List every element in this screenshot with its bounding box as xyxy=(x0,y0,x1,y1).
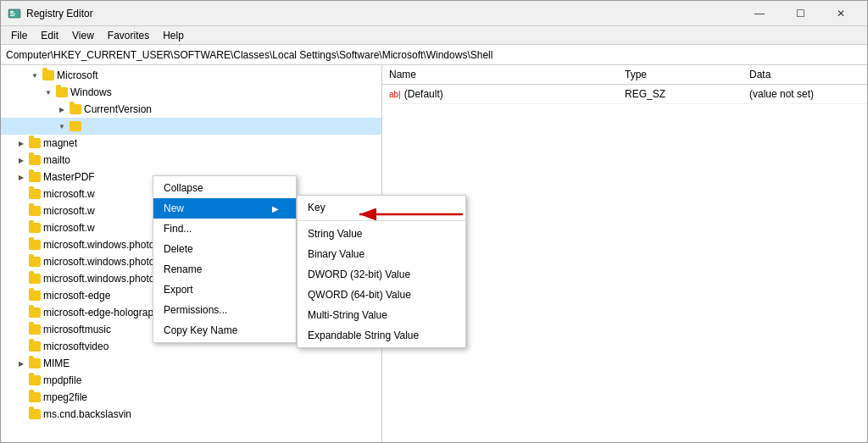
app-title: Registry Editor xyxy=(26,8,93,19)
folder-icon-cv xyxy=(69,103,82,115)
folder-icon-microsoft xyxy=(42,69,55,81)
folder-icon-video xyxy=(28,341,42,352)
ctx-new-label: New xyxy=(164,202,184,214)
tree-item-windows[interactable]: ▼ Windows xyxy=(1,84,381,101)
folder-icon-mailto xyxy=(28,154,42,166)
main-content: ▼ Microsoft ▼ Windows ▶ CurrentVersion ▼ xyxy=(1,65,867,443)
tree-label-mpdpfile: mpdpfile xyxy=(43,374,81,386)
expand-icon-shell: ▼ xyxy=(55,119,69,133)
tree-label-edge: microsoft-edge xyxy=(43,290,110,302)
folder-icon-photos-videoedit xyxy=(28,273,42,285)
tree-label-video: microsoftvideo xyxy=(43,341,108,352)
menu-help[interactable]: Help xyxy=(156,28,191,43)
ctx-rename-label: Rename xyxy=(164,263,202,275)
close-button[interactable]: ✕ xyxy=(821,1,860,26)
folder-icon-photos-picker xyxy=(28,256,42,268)
tree-item-currentversion[interactable]: ▶ CurrentVersion xyxy=(1,101,381,118)
tree-item-shell[interactable]: ▼ xyxy=(1,118,381,135)
submenu-string-value-label: String Value xyxy=(308,228,362,240)
context-menu: Collapse New ▶ Find... Delete Rename Exp… xyxy=(153,175,297,343)
tree-item-microsoft[interactable]: ▼ Microsoft xyxy=(1,67,381,84)
ctx-rename[interactable]: Rename xyxy=(153,259,296,280)
menu-favorites[interactable]: Favorites xyxy=(101,28,156,43)
submenu-binary-value[interactable]: Binary Value xyxy=(298,244,465,264)
tree-label-music: microsoftmusic xyxy=(43,324,111,335)
detail-header: Name Type Data xyxy=(382,65,867,85)
folder-icon-mscnd xyxy=(28,408,42,420)
folder-icon-windows xyxy=(55,86,69,98)
folder-icon-mpdpfile xyxy=(28,374,42,386)
maximize-button[interactable]: ☐ xyxy=(781,1,820,26)
title-bar-left: Registry Editor xyxy=(8,7,93,20)
tree-item-mailto[interactable]: ▶ mailto xyxy=(1,152,381,169)
folder-icon-mw2 xyxy=(28,205,42,217)
window-controls: — ☐ ✕ xyxy=(740,1,860,26)
tree-item-mpeg2file[interactable]: mpeg2file xyxy=(1,389,381,406)
ctx-permissions[interactable]: Permissions... xyxy=(153,300,296,320)
tree-item-mscnd[interactable]: ms.cnd.backslasvin xyxy=(1,406,381,423)
tree-label-mw3: microsoft.w xyxy=(43,222,95,234)
folder-icon-mpeg2file xyxy=(28,391,42,403)
submenu-key-label: Key xyxy=(308,202,326,213)
submenu-arrow-icon: ▶ xyxy=(272,204,279,213)
submenu-qword[interactable]: QWORD (64-bit) Value xyxy=(298,285,465,305)
folder-icon-edge xyxy=(28,290,42,302)
detail-row-default[interactable]: ab|(Default) REG_SZ (value not set) xyxy=(382,85,867,104)
ab-icon: ab| xyxy=(389,90,401,99)
tree-label-cv: CurrentVersion xyxy=(84,103,152,115)
submenu-dword[interactable]: DWORD (32-bit) Value xyxy=(298,264,465,285)
submenu-expandable-string-label: Expandable String Value xyxy=(308,329,419,341)
ctx-new[interactable]: New ▶ xyxy=(153,198,296,219)
minimize-button[interactable]: — xyxy=(740,1,779,26)
ctx-copy-key-name-label: Copy Key Name xyxy=(164,324,237,336)
tree-label-mpeg2file: mpeg2file xyxy=(43,391,87,403)
menu-view[interactable]: View xyxy=(65,28,101,43)
menu-edit[interactable]: Edit xyxy=(34,28,65,43)
tree-label-mscnd: ms.cnd.backslasvin xyxy=(43,408,131,420)
svg-rect-1 xyxy=(10,11,14,13)
ctx-export[interactable]: Export xyxy=(153,280,296,300)
tree-label-mw1: microsoft.w xyxy=(43,188,95,200)
submenu-qword-label: QWORD (64-bit) Value xyxy=(308,289,411,301)
folder-icon-masterpdf xyxy=(28,171,42,183)
submenu-binary-value-label: Binary Value xyxy=(308,248,364,260)
tree-label-windows: Windows xyxy=(70,86,112,98)
tree-label-mailto: mailto xyxy=(43,154,70,166)
submenu-string-value[interactable]: String Value xyxy=(298,224,465,244)
expand-icon-microsoft: ▼ xyxy=(28,69,42,82)
tree-item-mime[interactable]: ▶ MIME xyxy=(1,355,381,372)
expand-icon-windows: ▼ xyxy=(42,86,55,99)
red-arrow xyxy=(353,206,467,223)
folder-icon-mime xyxy=(28,357,42,369)
folder-icon-magnet xyxy=(28,137,42,149)
ctx-find-label: Find... xyxy=(164,223,192,235)
submenu-dword-label: DWORD (32-bit) Value xyxy=(308,269,410,280)
tree-item-mpdpfile[interactable]: mpdpfile xyxy=(1,372,381,389)
menu-file[interactable]: File xyxy=(4,28,34,43)
folder-icon-shell xyxy=(69,120,82,132)
folder-icon-photos-crop xyxy=(28,239,42,251)
ctx-delete-label: Delete xyxy=(164,243,193,255)
cell-data-default: (value not set) xyxy=(743,86,867,102)
submenu-multi-string[interactable]: Multi-String Value xyxy=(298,305,465,325)
folder-icon-music xyxy=(28,324,42,335)
svg-rect-3 xyxy=(10,15,14,16)
ctx-collapse[interactable]: Collapse xyxy=(153,178,296,198)
ctx-find[interactable]: Find... xyxy=(153,219,296,239)
submenu-multi-string-label: Multi-String Value xyxy=(308,309,387,321)
tree-label-microsoft: Microsoft xyxy=(57,69,98,81)
ctx-copy-key-name[interactable]: Copy Key Name xyxy=(153,320,296,341)
ctx-delete[interactable]: Delete xyxy=(153,239,296,259)
ctx-permissions-label: Permissions... xyxy=(164,304,227,316)
title-bar: Registry Editor — ☐ ✕ xyxy=(1,1,867,26)
svg-rect-2 xyxy=(10,14,15,14)
col-name: Name xyxy=(382,67,618,82)
tree-label-mw2: microsoft.w xyxy=(43,205,95,217)
tree-item-magnet[interactable]: ▶ magnet xyxy=(1,135,381,152)
expand-icon-magnet: ▶ xyxy=(14,136,28,150)
menu-bar: File Edit View Favorites Help xyxy=(1,26,867,45)
submenu-expandable-string[interactable]: Expandable String Value xyxy=(298,325,465,346)
expand-icon-mime: ▶ xyxy=(14,357,28,370)
address-path: Computer\HKEY_CURRENT_USER\SOFTWARE\Clas… xyxy=(6,49,492,61)
cell-type-default: REG_SZ xyxy=(618,86,743,102)
